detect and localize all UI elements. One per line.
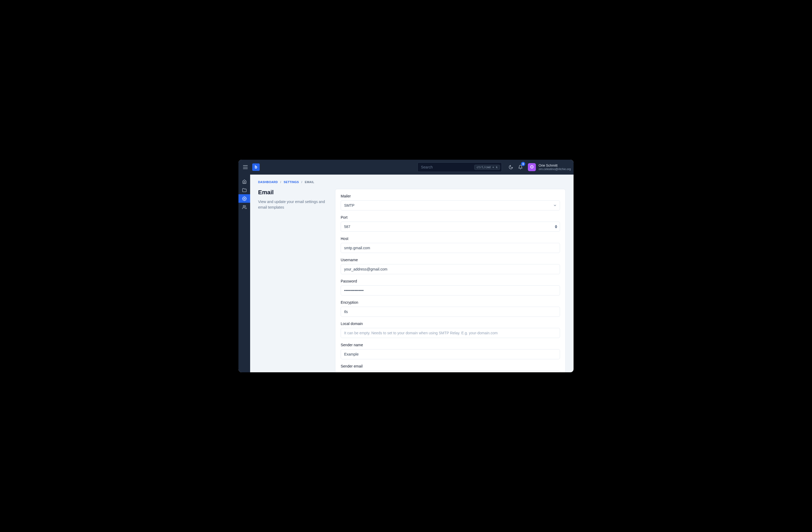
menu-toggle-button[interactable] xyxy=(242,164,249,171)
mailer-select[interactable] xyxy=(341,200,560,210)
sidebar-item-users[interactable] xyxy=(238,203,250,211)
port-input[interactable] xyxy=(341,222,560,232)
user-menu-button[interactable]: O Orie Schmitt orn.celestino@ritchie.org xyxy=(528,163,571,171)
field-username: Username xyxy=(341,258,560,274)
page-description: View and update your email settings and … xyxy=(258,199,327,210)
encryption-input[interactable] xyxy=(341,307,560,317)
host-input[interactable] xyxy=(341,243,560,253)
mailer-label: Mailer xyxy=(341,194,560,198)
breadcrumb-sep: / xyxy=(301,180,302,184)
user-info: Orie Schmitt orn.celestino@ritchie.org xyxy=(538,164,571,171)
hamburger-icon xyxy=(243,165,248,169)
password-input[interactable] xyxy=(341,285,560,295)
breadcrumb-settings[interactable]: SETTINGS xyxy=(284,180,299,184)
field-host: Host xyxy=(341,237,560,253)
avatar: O xyxy=(528,163,536,171)
field-local-domain: Local domain xyxy=(341,322,560,338)
sidebar-item-home[interactable] xyxy=(238,177,250,186)
encryption-label: Encryption xyxy=(341,300,560,305)
port-label: Port xyxy=(341,215,560,220)
search-shortcut-hint: ctrl/cmd + k xyxy=(474,165,500,170)
breadcrumb-sep: / xyxy=(280,180,281,184)
home-icon xyxy=(242,179,247,184)
sender-email-input[interactable] xyxy=(341,370,560,372)
notification-badge: 0 xyxy=(521,162,525,166)
settings-card: Mailer Port xyxy=(335,189,566,372)
breadcrumb: DASHBOARD / SETTINGS / EMAIL xyxy=(258,180,566,184)
sender-name-label: Sender name xyxy=(341,343,560,347)
gear-icon xyxy=(242,196,247,201)
field-mailer: Mailer xyxy=(341,194,560,210)
content-columns: Email View and update your email setting… xyxy=(258,189,566,372)
avatar-initial: O xyxy=(530,165,534,170)
field-sender-email: Sender email xyxy=(341,364,560,372)
user-name: Orie Schmitt xyxy=(538,164,571,168)
logo-text: b xyxy=(255,165,257,170)
topbar: b ctrl/cmd + k 0 O Orie Schmitt orn.cele… xyxy=(238,160,574,174)
password-label: Password xyxy=(341,279,560,283)
field-port: Port xyxy=(341,215,560,232)
host-label: Host xyxy=(341,237,560,241)
moon-icon xyxy=(508,165,513,170)
local-domain-input[interactable] xyxy=(341,328,560,338)
notifications-button[interactable]: 0 xyxy=(516,163,525,171)
local-domain-label: Local domain xyxy=(341,322,560,326)
sidebar xyxy=(238,174,250,372)
search-container: ctrl/cmd + k xyxy=(417,162,502,172)
app-logo[interactable]: b xyxy=(252,164,260,171)
theme-toggle-button[interactable] xyxy=(507,163,515,171)
breadcrumb-current: EMAIL xyxy=(305,180,314,184)
breadcrumb-dashboard[interactable]: DASHBOARD xyxy=(258,180,278,184)
sender-email-label: Sender email xyxy=(341,364,560,368)
app-body: DASHBOARD / SETTINGS / EMAIL Email View … xyxy=(238,174,574,372)
app-window: b ctrl/cmd + k 0 O Orie Schmitt orn.cele… xyxy=(238,160,574,372)
main-content: DASHBOARD / SETTINGS / EMAIL Email View … xyxy=(250,174,574,372)
field-encryption: Encryption xyxy=(341,300,560,317)
sender-name-input[interactable] xyxy=(341,349,560,359)
username-input[interactable] xyxy=(341,264,560,274)
field-password: Password xyxy=(341,279,560,295)
user-email: orn.celestino@ritchie.org xyxy=(538,167,571,171)
search-input[interactable] xyxy=(421,165,474,169)
users-icon xyxy=(242,205,247,209)
username-label: Username xyxy=(341,258,560,262)
field-sender-name: Sender name xyxy=(341,343,560,359)
svg-point-3 xyxy=(244,198,245,199)
page-header: Email View and update your email setting… xyxy=(258,189,327,210)
page-title: Email xyxy=(258,189,327,196)
sidebar-item-folders[interactable] xyxy=(238,186,250,194)
sidebar-item-settings[interactable] xyxy=(238,194,250,203)
svg-point-4 xyxy=(243,206,245,207)
folder-icon xyxy=(242,188,247,192)
